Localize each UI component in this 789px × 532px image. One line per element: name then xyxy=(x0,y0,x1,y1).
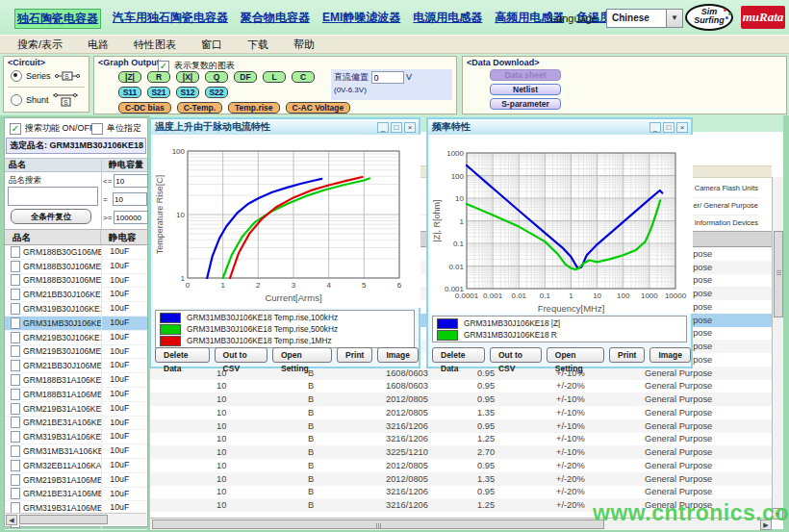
show-multiple-graphs-checkbox[interactable]: ✓ xyxy=(158,61,169,72)
product-nav-link[interactable]: 独石陶瓷电容器 xyxy=(15,10,100,28)
part-list-item[interactable]: GRM188B30J106ME8410uF xyxy=(5,274,147,289)
reset-all-conditions-button[interactable]: 全条件复位 xyxy=(11,209,91,224)
capacitance-filter-input[interactable] xyxy=(114,211,148,224)
characteristic-button[interactable]: Temp.rise xyxy=(228,102,280,114)
table-row[interactable]: 10B3225/12102.70+/-10%General Purpose xyxy=(150,445,772,459)
menu-item[interactable]: 搜索/表示 xyxy=(17,38,63,52)
part-list-item[interactable]: GRM219B30J106KE1810uF xyxy=(5,331,147,345)
close-icon[interactable]: × xyxy=(676,122,688,133)
part-list-item[interactable]: GRM219B31A106KE4410uF xyxy=(5,402,147,417)
part-list-item[interactable]: GRM31MB30J106KE1810uF xyxy=(5,317,147,331)
part-list-scrollbar-thumb[interactable] xyxy=(19,515,108,524)
part-list-item[interactable]: GRM21BB30J106KE1810uF xyxy=(5,288,147,302)
part-name-search-input[interactable] xyxy=(8,187,98,206)
maximize-icon[interactable]: □ xyxy=(663,122,674,133)
table-row[interactable]: 10B3216/12060.95+/-20%General Purpose xyxy=(150,486,772,499)
temp-rise-window-titlebar[interactable]: 温度上升由于脉动电流特性 _ □ × xyxy=(151,119,419,135)
unit-specify-checkbox[interactable] xyxy=(91,123,103,135)
characteristic-button[interactable]: C-Temp. xyxy=(177,102,222,114)
table-row[interactable]: 10B3216/12060.95+/-10%General Purpose xyxy=(150,419,772,433)
window-action-button[interactable]: Delete Data xyxy=(432,347,485,363)
product-nav-link[interactable]: 电源用电感器 xyxy=(413,10,482,28)
part-list-item[interactable]: GRM21BE31A106ME1810uF xyxy=(5,488,147,502)
param-button[interactable]: Q xyxy=(205,71,228,83)
window-action-button[interactable]: Open Setting xyxy=(272,347,332,363)
param-button[interactable]: |Z| xyxy=(118,71,141,83)
frequency-window-titlebar[interactable]: 频率特性 _ □ × xyxy=(428,119,691,135)
shunt-radio[interactable] xyxy=(11,94,22,106)
product-nav-link[interactable]: 聚合物电容器 xyxy=(241,10,310,28)
part-list-item[interactable]: GRM188B30G106ME4610uF xyxy=(5,245,147,260)
characteristic-button[interactable]: C-DC bias xyxy=(118,102,171,114)
circuit-option-shunt[interactable]: Shunt S xyxy=(11,92,78,108)
part-list-item[interactable]: GRM188B30J106ME4710uF xyxy=(5,260,147,274)
sparameter-buttons: S11S21S12S22 xyxy=(118,87,228,98)
param-button[interactable]: R xyxy=(147,71,170,83)
capacitance-filter-input[interactable] xyxy=(113,192,147,206)
param-button[interactable]: L xyxy=(263,71,286,83)
window-action-button[interactable]: Image xyxy=(649,347,691,363)
param-button[interactable]: DF xyxy=(234,71,257,83)
language-dropdown-arrow-icon[interactable]: ▼ xyxy=(666,9,683,28)
window-action-button[interactable]: Out to CSV xyxy=(490,347,542,363)
minimize-icon[interactable]: _ xyxy=(649,122,661,133)
part-list-item[interactable]: GRM21BB30J106ME1810uF xyxy=(5,359,147,373)
product-nav-link[interactable]: EMI静噪滤波器 xyxy=(322,10,400,28)
menu-item[interactable]: 电路 xyxy=(88,38,109,52)
circuit-option-series[interactable]: Series S xyxy=(11,70,80,82)
table-row[interactable]: 10B2012/08051.35+/-20%General Purpose xyxy=(150,472,772,486)
part-list-item[interactable]: GRM219B30J106ME1810uF xyxy=(5,345,147,360)
part-list-item[interactable]: GRM188B31A106ME6910uF xyxy=(5,388,147,402)
dc-bias-input[interactable] xyxy=(371,71,404,84)
menu-item[interactable]: 下载 xyxy=(247,38,268,52)
window-action-button[interactable]: Open Setting xyxy=(547,347,604,363)
table-row[interactable]: 10B3216/12061.25+/-10%General Purpose xyxy=(150,433,772,446)
window-action-button[interactable]: Delete Data xyxy=(155,347,210,363)
part-list-horizontal-scrollbar[interactable]: ◀ xyxy=(6,513,146,525)
close-icon[interactable]: × xyxy=(404,122,416,133)
table-row[interactable]: 10B2012/08050.95+/-10%General Purpose xyxy=(150,393,772,406)
window-action-button[interactable]: Out to CSV xyxy=(215,347,267,363)
minimize-icon[interactable]: _ xyxy=(377,122,389,133)
window-action-button[interactable]: Print xyxy=(609,347,645,363)
part-list-item[interactable]: GRM21BE31A106KE1810uF xyxy=(5,417,147,431)
horizontal-scrollbar-thumb[interactable] xyxy=(152,519,604,529)
menu-item[interactable]: 窗口 xyxy=(201,38,222,52)
window-action-button[interactable]: Image xyxy=(377,347,419,363)
sparam-button[interactable]: S21 xyxy=(147,87,170,98)
download-button[interactable]: Netlist xyxy=(490,84,561,95)
part-list-item[interactable]: GRM31MB31A106KE1810uF xyxy=(5,444,147,459)
param-button[interactable]: C xyxy=(292,71,315,83)
param-button[interactable]: |X| xyxy=(176,71,199,83)
part-list-item[interactable]: GRM32EB11A106KA0110uF xyxy=(5,459,147,473)
scroll-left-arrow-icon[interactable]: ◀ xyxy=(6,515,17,525)
search-toggle-checkbox[interactable]: ✓ xyxy=(10,123,21,135)
table-row[interactable]: 10B1608/06030.95+/-20%General Purpose xyxy=(150,380,772,393)
part-list-item[interactable]: GRM188B31A106KE6910uF xyxy=(5,373,147,388)
capacitance-filter-input[interactable] xyxy=(114,174,148,188)
search-toggle-option[interactable]: ✓ 搜索功能 ON/OFF xyxy=(10,122,95,135)
window-action-button[interactable]: Print xyxy=(337,347,372,363)
table-cell: 1.35 xyxy=(471,474,549,484)
unit-specify-option[interactable]: 单位指定 xyxy=(91,122,141,135)
series-radio[interactable] xyxy=(11,70,22,82)
characteristic-button[interactable]: C-AC Voltage xyxy=(286,102,351,114)
sparam-button[interactable]: S11 xyxy=(118,87,141,98)
table-row[interactable]: 10B2012/08050.95+/-20%General Purpose xyxy=(150,459,772,472)
part-list-item[interactable]: GRM319B30J106KE1810uF xyxy=(5,302,147,317)
document-icon xyxy=(11,431,20,443)
part-list-item[interactable]: GRM319B31A106KE1810uF xyxy=(5,430,147,444)
language-select[interactable]: Chinese xyxy=(606,9,673,28)
vertical-scrollbar[interactable] xyxy=(772,177,783,519)
part-list-item[interactable]: GRM219B31A106ME4410uF xyxy=(5,473,147,488)
menu-item[interactable]: 特性图表 xyxy=(134,38,176,52)
download-button[interactable]: Data sheet xyxy=(490,69,561,81)
sparam-button[interactable]: S22 xyxy=(205,87,228,98)
product-nav-link[interactable]: 汽车用独石陶瓷电容器 xyxy=(113,10,228,28)
maximize-icon[interactable]: □ xyxy=(391,122,402,133)
menu-item[interactable]: 帮助 xyxy=(293,38,315,52)
vertical-scrollbar-thumb[interactable] xyxy=(774,231,783,317)
sparam-button[interactable]: S12 xyxy=(176,87,199,98)
table-row[interactable]: 10B2012/08051.35+/-10%General Purpose xyxy=(150,406,772,419)
download-button[interactable]: S-parameter xyxy=(490,98,561,110)
